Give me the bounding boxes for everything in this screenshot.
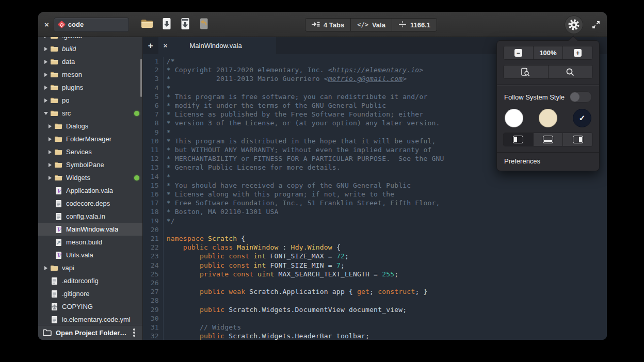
- zoom-level[interactable]: 100%: [533, 46, 563, 59]
- tree-item[interactable]: FolderManager: [38, 133, 142, 145]
- tree-item[interactable]: .editorconfig: [38, 274, 142, 287]
- chevron-right-icon[interactable]: [44, 266, 47, 270]
- tree-item[interactable]: SymbolPane: [38, 158, 142, 171]
- style-option-light[interactable]: [505, 109, 523, 127]
- tree-item[interactable]: plugins: [38, 81, 142, 94]
- tree-item-label: Application.vala: [66, 187, 113, 194]
- tree-item-label: SymbolPane: [66, 161, 104, 169]
- code-line: 25 private const uint MAX_SEARCH_TEXT_LE…: [143, 270, 607, 278]
- save-as-document-button[interactable]: [180, 17, 191, 32]
- tree-item[interactable]: data: [38, 55, 142, 68]
- tree-item-label: FolderManager: [66, 135, 111, 143]
- tree-item[interactable]: po: [38, 94, 142, 107]
- follow-system-style-row: Follow System Style: [504, 91, 592, 103]
- zoom-in-button[interactable]: +: [562, 46, 592, 59]
- search-icon: [566, 68, 575, 77]
- line-number: 3: [143, 74, 164, 83]
- line-number: 11: [143, 145, 164, 154]
- style-option-dark[interactable]: ✓: [573, 109, 591, 127]
- code-line: 26: [143, 278, 607, 287]
- project-sidebar: .githubbuilddatamesonpluginsposrcDialogs…: [38, 37, 143, 340]
- tree-item-label: config.vala.in: [66, 212, 105, 220]
- tab-close-icon[interactable]: ×: [164, 42, 168, 50]
- tree-item[interactable]: config.vala.in: [38, 210, 142, 223]
- status-button-vala[interactable]: </>Vala: [350, 19, 392, 31]
- chevron-right-icon[interactable]: [49, 163, 52, 167]
- window-close-button[interactable]: ×: [44, 20, 49, 29]
- chevron-right-icon[interactable]: [49, 137, 52, 141]
- tree-item[interactable]: Dialogs: [38, 120, 142, 133]
- status-button-1166-1[interactable]: 1166.1: [392, 19, 437, 31]
- tree-item[interactable]: COPYING: [38, 300, 142, 313]
- line-number: 6: [143, 101, 164, 110]
- revert-document-button[interactable]: [198, 17, 210, 32]
- open-folder-outline-icon: [43, 329, 52, 336]
- tree-item[interactable]: build: [38, 42, 142, 55]
- headerbar: × code 4 Tabs</>Vala1166.1: [38, 12, 607, 37]
- file-vala-icon: V: [54, 225, 62, 234]
- code-line: 28: [143, 296, 607, 305]
- line-number: 10: [143, 137, 164, 145]
- panel-right-button[interactable]: [562, 133, 592, 146]
- global-search-button[interactable]: [548, 65, 593, 78]
- follow-system-style-toggle[interactable]: [569, 91, 592, 103]
- tree-item[interactable]: .gitignore: [38, 287, 142, 300]
- tree-item[interactable]: vapi: [38, 261, 142, 274]
- tree-item[interactable]: VApplication.vala: [38, 184, 142, 197]
- code-line: 24 public const int FONT_SIZE_MIN = 7;: [143, 261, 607, 270]
- tree-item[interactable]: .github: [38, 37, 142, 42]
- chevron-right-icon[interactable]: [49, 124, 52, 128]
- file-license-icon: [50, 303, 58, 311]
- panel-left-button[interactable]: [504, 133, 533, 146]
- status-label: 1166.1: [410, 21, 430, 29]
- file-text-icon: [50, 277, 58, 285]
- code-line: 15* You should have received a copy of t…: [143, 181, 607, 190]
- tree-item[interactable]: VMainWindow.vala: [38, 223, 142, 236]
- chevron-right-icon[interactable]: [44, 47, 47, 51]
- file-tree: .githubbuilddatamesonpluginsposrcDialogs…: [38, 37, 142, 325]
- chevron-right-icon[interactable]: [44, 98, 47, 103]
- tree-item[interactable]: meson.build: [38, 236, 142, 249]
- chevron-right-icon[interactable]: [49, 150, 52, 154]
- status-button-4-tabs[interactable]: 4 Tabs: [305, 19, 350, 31]
- new-tab-button[interactable]: +: [143, 37, 158, 54]
- style-option-sepia[interactable]: [539, 109, 557, 127]
- tree-item[interactable]: Services: [38, 145, 142, 158]
- code-line: 20: [143, 225, 607, 234]
- tree-item[interactable]: io.elementary.code.yml: [38, 313, 142, 325]
- chevron-right-icon[interactable]: [44, 86, 47, 90]
- tree-item[interactable]: src: [38, 107, 142, 120]
- zoom-out-icon: −: [514, 49, 522, 57]
- chevron-right-icon[interactable]: [44, 37, 47, 38]
- chevron-right-icon[interactable]: [44, 73, 47, 77]
- code-line: 22 public class MainWindow : Hdy.Window …: [143, 243, 607, 252]
- preferences-menu-item[interactable]: Preferences: [497, 153, 599, 171]
- line-number: 7: [143, 110, 164, 119]
- tree-item[interactable]: meson: [38, 68, 142, 81]
- chevron-down-icon[interactable]: [44, 112, 48, 115]
- open-folder-button[interactable]: [140, 18, 154, 31]
- find-in-document-button[interactable]: [504, 65, 548, 78]
- code-line: 21namespace Scratch {: [143, 234, 607, 243]
- fullscreen-button[interactable]: [591, 20, 601, 29]
- sidebar-scrollbar[interactable]: [140, 59, 142, 97]
- zoom-out-button[interactable]: −: [504, 46, 533, 59]
- settings-gear-button[interactable]: [565, 15, 583, 34]
- tree-item[interactable]: Widgets: [38, 171, 142, 184]
- line-number: 5: [143, 92, 164, 101]
- code-line: 32 public Scratch.Widgets.HeaderBar tool…: [143, 332, 607, 340]
- panel-bottom-button[interactable]: [533, 133, 563, 146]
- open-project-folder-button[interactable]: Open Project Folder…: [56, 329, 126, 337]
- tree-item[interactable]: VUtils.vala: [38, 249, 142, 261]
- chevron-right-icon[interactable]: [49, 176, 52, 180]
- project-chooser-button[interactable]: code: [54, 18, 129, 32]
- line-number: 18: [143, 207, 164, 216]
- line-number: 9: [143, 128, 164, 137]
- tab-mainwindow-vala[interactable]: × MainWindow.vala: [158, 37, 276, 54]
- open-folder-icon: [140, 18, 154, 31]
- overflow-menu-button[interactable]: [131, 326, 138, 339]
- chevron-right-icon[interactable]: [44, 60, 47, 64]
- line-number: 23: [143, 252, 164, 260]
- save-document-button[interactable]: [161, 17, 172, 32]
- tree-item[interactable]: codecore.deps: [38, 197, 142, 210]
